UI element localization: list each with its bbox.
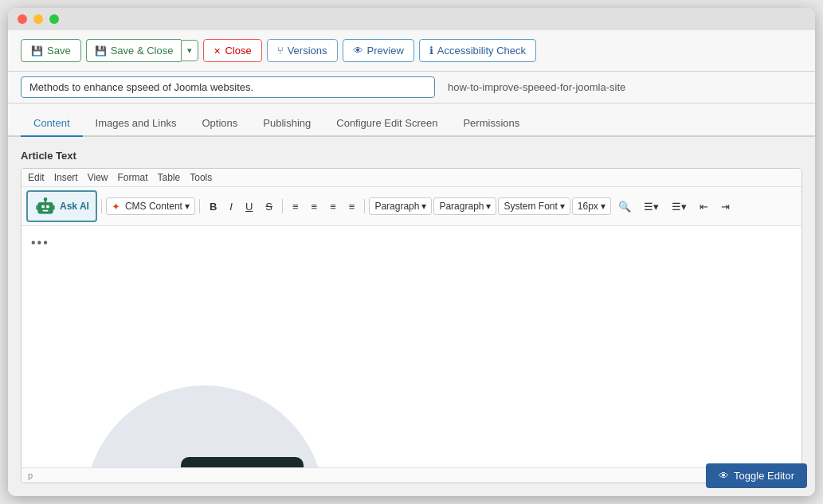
editor-menubar: Edit Insert View Format Table Tools: [22, 169, 801, 187]
numbered-list-button[interactable]: ☰▾: [666, 197, 692, 216]
svg-rect-7: [53, 205, 54, 210]
tab-publishing-label: Publishing: [263, 117, 311, 129]
editor-status-bar: p 0 WORDS: [22, 467, 801, 483]
paragraph-chevron: ▾: [421, 201, 426, 212]
strikethrough-button[interactable]: S: [260, 197, 278, 216]
paragraph-style-dropdown[interactable]: Paragraph ▾: [369, 197, 432, 215]
close-traffic-light[interactable]: [18, 14, 27, 24]
align-justify-button[interactable]: ≡: [343, 197, 361, 216]
align-left-button[interactable]: ≡: [287, 197, 304, 216]
tab-bar: Content Images and Links Options Publish…: [8, 104, 815, 137]
align-center-button[interactable]: ≡: [306, 197, 323, 216]
svg-text:✦: ✦: [112, 201, 120, 212]
tab-content-label: Content: [33, 117, 70, 129]
tab-publishing[interactable]: Publishing: [250, 111, 323, 137]
versions-button[interactable]: ⑂ Versions: [267, 39, 338, 62]
preview-button[interactable]: 👁 Preview: [343, 39, 414, 62]
cms-content-label: CMS Content: [125, 201, 182, 212]
preview-label: Preview: [367, 45, 404, 57]
save-button[interactable]: Save: [21, 39, 81, 62]
editor-toolbar: Ask AI ✦ CMS Content ▾ B I U S ≡ ≡ ≡ ≡: [22, 187, 801, 226]
minimize-traffic-light[interactable]: [33, 14, 43, 24]
separator-3: [282, 199, 283, 213]
cms-content-chevron: ▾: [185, 201, 190, 212]
tab-options-label: Options: [202, 117, 237, 129]
versions-icon: ⑂: [277, 45, 284, 57]
menu-view[interactable]: View: [88, 172, 108, 183]
tab-configure-edit-screen[interactable]: Configure Edit Screen: [323, 111, 450, 137]
size-chevron: ▾: [601, 201, 605, 212]
size-label: 16px: [578, 201, 598, 212]
align-right-button[interactable]: ≡: [324, 197, 342, 216]
toggle-editor-button[interactable]: 👁 Toggle Editor: [706, 463, 807, 488]
svg-rect-6: [36, 205, 37, 210]
paragraph-style-label: Paragraph: [374, 201, 419, 212]
menu-format[interactable]: Format: [118, 172, 148, 183]
editor-wrapper: Edit Insert View Format Table Tools: [21, 168, 802, 483]
close-label: Close: [225, 45, 251, 57]
outdent-button[interactable]: ⇤: [694, 197, 714, 216]
save-close-label: Save & Close: [111, 45, 174, 57]
accessibility-button[interactable]: ℹ Accessibility Check: [419, 39, 536, 62]
robot-icon: [34, 195, 57, 217]
font-label: System Font: [504, 201, 557, 212]
joomla-icon: ✦: [112, 201, 123, 212]
title-bar: [8, 8, 815, 30]
svg-rect-1: [41, 205, 45, 209]
preview-icon: 👁: [353, 45, 363, 57]
cms-content-button[interactable]: ✦ CMS Content ▾: [106, 197, 195, 215]
tab-options[interactable]: Options: [189, 111, 250, 137]
list-button[interactable]: ☰▾: [638, 197, 664, 216]
menu-edit[interactable]: Edit: [28, 172, 45, 183]
tab-permissions-label: Permissions: [463, 117, 519, 129]
save-icon: [31, 45, 43, 57]
editor-tag-status: p: [28, 471, 33, 480]
save-close-button[interactable]: Save & Close: [86, 39, 182, 62]
ask-ai-tooltip: Ask AI: [181, 457, 304, 467]
save-label: Save: [47, 45, 71, 57]
main-window: Save Save & Close ▾ Close ⑂ Versions 👁 P…: [8, 8, 815, 496]
tab-images-links[interactable]: Images and Links: [83, 111, 190, 137]
svg-rect-2: [46, 205, 49, 209]
editor-placeholder-dots: •••: [31, 236, 792, 250]
size-dropdown[interactable]: 16px ▾: [572, 197, 611, 215]
italic-button[interactable]: I: [224, 197, 238, 216]
svg-point-5: [44, 198, 47, 201]
meta-bar: how-to-improve-speeed-for-joomla-site: [8, 72, 815, 104]
svg-rect-0: [38, 202, 53, 213]
ask-ai-label: Ask AI: [60, 201, 89, 212]
underline-button[interactable]: U: [240, 197, 258, 216]
menu-insert[interactable]: Insert: [54, 172, 78, 183]
separator-2: [199, 199, 200, 213]
menu-table[interactable]: Table: [158, 172, 181, 183]
tab-configure-edit-screen-label: Configure Edit Screen: [336, 117, 437, 129]
close-icon: [214, 45, 221, 57]
description-input[interactable]: [21, 76, 435, 98]
maximize-traffic-light[interactable]: [49, 14, 59, 24]
close-button[interactable]: Close: [203, 39, 261, 62]
paragraph-format-dropdown[interactable]: Paragraph ▾: [433, 197, 496, 215]
tab-content[interactable]: Content: [21, 111, 83, 137]
article-section-label: Article Text: [21, 150, 802, 162]
versions-label: Versions: [288, 45, 327, 57]
save-close-dropdown-button[interactable]: ▾: [181, 40, 198, 61]
ask-ai-toolbar-button[interactable]: Ask AI: [26, 190, 97, 222]
separator-4: [364, 199, 365, 213]
toggle-editor-label: Toggle Editor: [734, 470, 794, 482]
accessibility-icon: ℹ: [429, 45, 433, 57]
font-dropdown[interactable]: System Font ▾: [498, 197, 570, 215]
separator-1: [101, 199, 102, 213]
slug-text: how-to-improve-speeed-for-joomla-site: [448, 81, 625, 93]
paragraph-format-chevron: ▾: [486, 201, 491, 212]
tooltip-circle: [85, 385, 324, 467]
indent-button[interactable]: ⇥: [715, 197, 735, 216]
save-close-split: Save & Close ▾: [86, 39, 199, 62]
paragraph-format-label: Paragraph: [439, 201, 484, 212]
content-area: Article Text Edit Insert View Format Tab…: [8, 137, 815, 496]
editor-content[interactable]: •••: [22, 226, 801, 467]
menu-tools[interactable]: Tools: [190, 172, 212, 183]
bold-button[interactable]: B: [204, 197, 222, 216]
main-toolbar: Save Save & Close ▾ Close ⑂ Versions 👁 P…: [8, 30, 815, 72]
search-button[interactable]: 🔍: [613, 197, 637, 216]
tab-permissions[interactable]: Permissions: [450, 111, 532, 137]
